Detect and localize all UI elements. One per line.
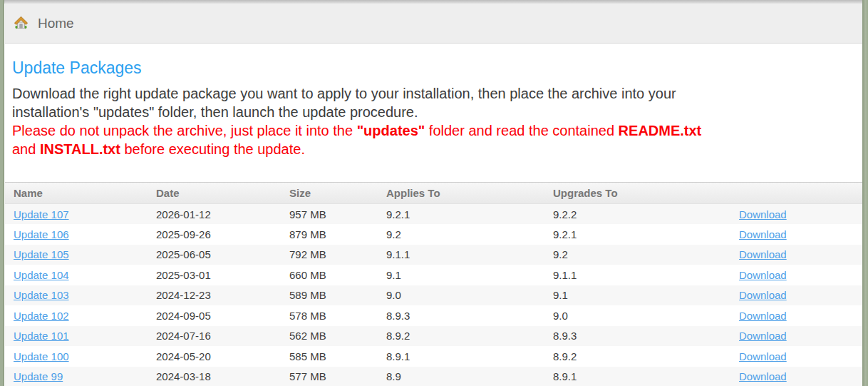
column-header-upgrades-to: Upgrades To	[544, 183, 730, 204]
column-header-name: Name	[5, 183, 148, 204]
cell-name: Update 102	[5, 305, 148, 326]
cell-download: Download	[730, 224, 862, 245]
table-row: Update 1012024-07-16562 MB8.9.28.9.3Down…	[5, 326, 862, 347]
cell-download: Download	[730, 265, 862, 285]
download-link[interactable]: Download	[739, 350, 787, 362]
table-row: Update 992024-03-18577 MB8.98.9.1Downloa…	[5, 367, 862, 386]
update-link[interactable]: Update 105	[14, 248, 69, 260]
cell-name: Update 101	[5, 326, 148, 347]
table-row: Update 1042025-03-01660 MB9.19.1.1Downlo…	[5, 265, 862, 285]
cell-download: Download	[730, 326, 862, 347]
text-segment: before executing the update.	[120, 141, 305, 157]
download-link[interactable]: Download	[739, 330, 787, 342]
cell-download: Download	[730, 285, 862, 306]
download-link[interactable]: Download	[739, 248, 787, 260]
intro-paragraph: Download the right update package you wa…	[12, 84, 855, 121]
cell-size: 562 MB	[281, 326, 378, 347]
cell-upgrades-to: 8.9.3	[544, 326, 730, 347]
emphasized-text: "updates"	[357, 123, 425, 138]
warning-paragraph: Please do not unpack the archive, just p…	[12, 121, 855, 158]
download-link[interactable]: Download	[739, 370, 787, 382]
table-row: Update 1022024-09-05578 MB8.9.39.0Downlo…	[5, 305, 862, 326]
cell-date: 2024-09-05	[148, 305, 281, 326]
window-frame-right	[862, 0, 868, 386]
update-link[interactable]: Update 106	[14, 228, 69, 240]
update-link[interactable]: Update 103	[14, 289, 69, 301]
cell-date: 2025-03-01	[148, 265, 281, 285]
text-segment: installation's "updates" folder, then la…	[12, 104, 418, 120]
cell-size: 585 MB	[281, 346, 378, 367]
cell-applies-to: 9.0	[378, 285, 544, 306]
cell-download: Download	[730, 346, 862, 367]
cell-download: Download	[730, 204, 862, 225]
cell-applies-to: 9.2.1	[378, 204, 544, 225]
cell-applies-to: 8.9.1	[378, 346, 544, 367]
update-link[interactable]: Update 104	[14, 269, 69, 281]
cell-upgrades-to: 9.1.1	[544, 265, 730, 285]
text-segment: and	[12, 141, 40, 157]
cell-name: Update 99	[5, 367, 148, 386]
cell-size: 957 MB	[281, 204, 378, 225]
cell-name: Update 107	[5, 204, 148, 225]
cell-name: Update 104	[5, 265, 148, 285]
text-segment: Please do not unpack the archive, just p…	[12, 123, 357, 138]
column-header-size: Size	[281, 183, 378, 204]
text-segment: Download the right update package you wa…	[12, 86, 676, 101]
cell-date: 2024-12-23	[148, 285, 281, 306]
cell-size: 879 MB	[281, 224, 378, 245]
cell-upgrades-to: 8.9.1	[544, 367, 730, 386]
cell-upgrades-to: 9.2.2	[544, 204, 730, 225]
breadcrumb-bar: Home	[5, 4, 862, 44]
column-header-date: Date	[148, 183, 281, 204]
cell-applies-to: 8.9	[378, 367, 544, 386]
cell-upgrades-to: 9.2.1	[544, 224, 730, 245]
page-title: Update Packages	[12, 59, 855, 78]
table-row: Update 1032024-12-23589 MB9.09.1Download	[5, 285, 862, 306]
cell-size: 578 MB	[281, 305, 378, 326]
column-header-actions	[730, 183, 862, 204]
update-link[interactable]: Update 100	[14, 350, 69, 362]
update-link[interactable]: Update 107	[14, 208, 69, 220]
emphasized-text: README.txt	[619, 123, 702, 138]
breadcrumb-home[interactable]: Home	[38, 16, 74, 31]
cell-size: 660 MB	[281, 265, 378, 285]
cell-applies-to: 8.9.2	[378, 326, 544, 347]
cell-name: Update 106	[5, 224, 148, 245]
update-link[interactable]: Update 99	[14, 370, 63, 382]
cell-applies-to: 9.1.1	[378, 245, 544, 265]
cell-download: Download	[730, 245, 862, 265]
table-row: Update 1072026-01-12957 MB9.2.19.2.2Down…	[5, 204, 862, 225]
cell-date: 2024-03-18	[148, 367, 281, 386]
home-icon[interactable]	[14, 16, 29, 31]
cell-date: 2024-07-16	[148, 326, 281, 347]
cell-date: 2024-05-20	[148, 346, 281, 367]
cell-size: 577 MB	[281, 367, 378, 386]
cell-download: Download	[730, 305, 862, 326]
cell-applies-to: 8.9.3	[378, 305, 544, 326]
download-link[interactable]: Download	[739, 310, 787, 322]
cell-upgrades-to: 8.9.2	[544, 346, 730, 367]
table-row: Update 1062025-09-26879 MB9.29.2.1Downlo…	[5, 224, 862, 245]
window-frame-top	[0, 0, 868, 4]
table-header-row: NameDateSizeApplies ToUpgrades To	[5, 183, 862, 204]
cell-applies-to: 9.2	[378, 224, 544, 245]
cell-date: 2025-09-26	[148, 224, 281, 245]
download-link[interactable]: Download	[739, 289, 787, 301]
download-link[interactable]: Download	[739, 269, 787, 281]
download-link[interactable]: Download	[739, 228, 787, 240]
cell-size: 589 MB	[281, 285, 378, 306]
cell-upgrades-to: 9.1	[544, 285, 730, 306]
table-row: Update 1052025-06-05792 MB9.1.19.2Downlo…	[5, 245, 862, 265]
updates-table: NameDateSizeApplies ToUpgrades To Update…	[5, 182, 862, 386]
cell-date: 2025-06-05	[148, 245, 281, 265]
cell-size: 792 MB	[281, 245, 378, 265]
cell-name: Update 103	[5, 285, 148, 306]
column-header-applies-to: Applies To	[378, 183, 544, 204]
cell-applies-to: 9.1	[378, 265, 544, 285]
update-link[interactable]: Update 101	[14, 330, 69, 342]
download-link[interactable]: Download	[739, 208, 787, 220]
cell-name: Update 105	[5, 245, 148, 265]
update-link[interactable]: Update 102	[14, 310, 69, 322]
emphasized-text: INSTALL.txt	[40, 141, 120, 157]
cell-upgrades-to: 9.0	[544, 305, 730, 326]
